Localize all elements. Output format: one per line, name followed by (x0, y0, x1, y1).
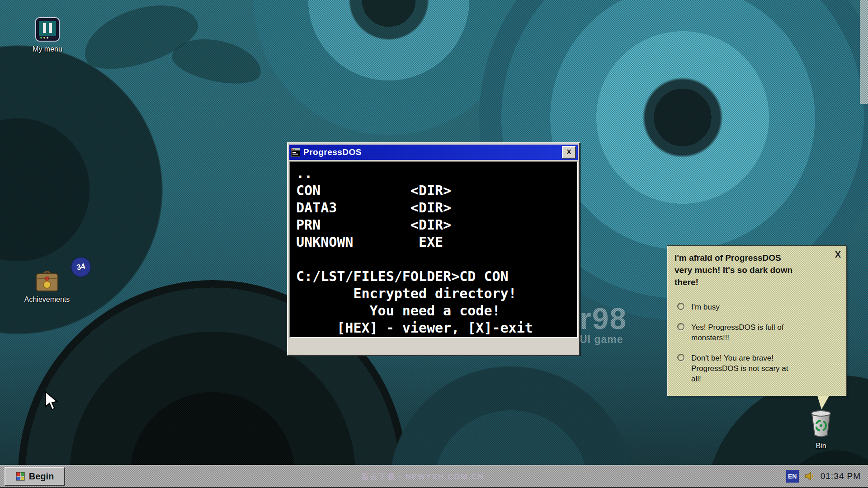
option-im-busy[interactable]: I'm busy (677, 302, 839, 312)
briefcase-medal-icon (33, 267, 61, 294)
radio-icon[interactable] (677, 354, 684, 361)
progressdos-window: ProgressDOS X .. CON <DIR> DATA3 <DIR> P… (287, 142, 580, 356)
wallpaper-watermark: r98 UI game (580, 304, 627, 345)
desktop-icon-bin[interactable]: Bin (800, 408, 842, 450)
desktop-icon-achievements[interactable]: 34 Achievements (13, 267, 81, 304)
dos-terminal-screen[interactable]: .. CON <DIR> DATA3 <DIR> PRN <DIR> UNKNO… (289, 161, 578, 338)
system-tray: EN 01:34 PM (786, 470, 863, 483)
wallpaper-highlight (860, 0, 868, 104)
clock[interactable]: 01:34 PM (821, 471, 861, 481)
option-not-scary[interactable]: Don't be! You are brave! ProgressDOS is … (677, 353, 839, 384)
close-button[interactable]: X (562, 146, 576, 159)
begin-logo-icon (16, 472, 25, 481)
bin-speech-balloon: I'm afraid of ProgressDOS very much! It'… (667, 245, 847, 396)
desktop-icon-my-menu[interactable]: My menu (23, 17, 72, 53)
close-icon[interactable]: X (835, 249, 841, 260)
begin-button-label: Begin (29, 471, 54, 482)
balloon-tail (817, 396, 829, 409)
desktop-icon-label: Achievements (13, 296, 81, 304)
wallpaper-watermark-line1: r98 (580, 304, 627, 333)
radio-icon[interactable] (677, 303, 684, 310)
balloon-options: I'm busy Yes! ProgressDOS is full of mon… (675, 302, 839, 384)
balloon-message: I'm afraid of ProgressDOS very much! It'… (675, 252, 797, 288)
option-label: I'm busy (691, 302, 797, 312)
wallpaper-watermark-line2: UI game (580, 334, 627, 345)
mouse-cursor (44, 391, 60, 410)
my-menu-icon (35, 17, 60, 42)
radio-icon[interactable] (677, 323, 684, 330)
desktop-icon-label: My menu (23, 45, 72, 53)
speaker-icon[interactable] (804, 470, 816, 482)
site-watermark: 新云下载 · NEWYXH.COM.CN (316, 472, 529, 482)
ms-dos-icon (291, 148, 300, 157)
window-titlebar[interactable]: ProgressDOS X (289, 145, 578, 160)
begin-button[interactable]: Begin (5, 467, 65, 486)
option-label: Don't be! You are brave! ProgressDOS is … (691, 353, 797, 384)
option-label: Yes! ProgressDOS is full of monsters!!! (691, 322, 797, 343)
window-title: ProgressDOS (303, 147, 562, 157)
recycle-bin-icon (808, 408, 834, 438)
language-indicator[interactable]: EN (786, 470, 799, 483)
option-full-of-monsters[interactable]: Yes! ProgressDOS is full of monsters!!! (677, 322, 839, 343)
desktop-icon-label: Bin (800, 442, 842, 450)
